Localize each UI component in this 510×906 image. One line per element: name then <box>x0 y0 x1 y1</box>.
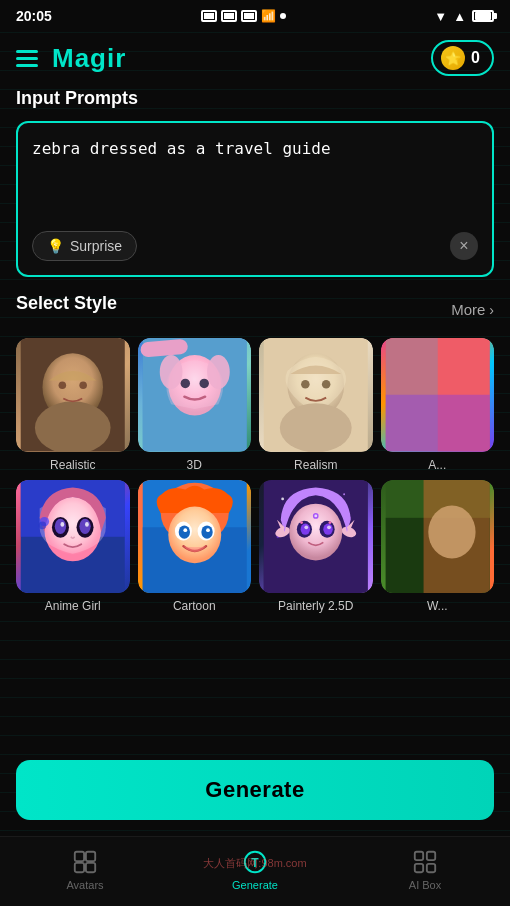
input-section-title: Input Prompts <box>16 88 494 109</box>
header-left: Magir <box>16 43 126 74</box>
status-icon-2 <box>221 10 237 22</box>
status-icon-3 <box>241 10 257 22</box>
style-item-cartoon[interactable]: Cartoon <box>138 480 252 614</box>
svg-point-3 <box>59 382 67 390</box>
svg-point-61 <box>329 521 332 524</box>
style-img-anime-girl <box>16 480 130 594</box>
style-item-w[interactable]: W... <box>381 480 495 614</box>
style-label-cartoon: Cartoon <box>173 599 216 613</box>
input-section: Input Prompts 💡 Surprise × <box>0 88 510 293</box>
svg-point-29 <box>60 522 64 527</box>
style-label-painterly: Painterly 2.5D <box>278 599 353 613</box>
svg-rect-75 <box>427 863 435 871</box>
status-bar: 20:05 📶 ▼ ▲ <box>0 0 510 32</box>
svg-rect-67 <box>86 851 95 860</box>
style-label-art: A... <box>428 458 446 472</box>
style-item-3d[interactable]: 3D <box>138 338 252 472</box>
svg-rect-68 <box>75 862 84 871</box>
style-img-realistic <box>16 338 130 452</box>
app-logo: Magir <box>52 43 126 74</box>
svg-point-8 <box>180 379 189 388</box>
style-item-painterly[interactable]: Painterly 2.5D <box>259 480 373 614</box>
svg-point-28 <box>79 518 90 533</box>
generate-section: Generate <box>0 748 510 836</box>
avatars-icon <box>72 849 98 875</box>
status-icons: 📶 <box>201 9 286 23</box>
coins-badge[interactable]: ⭐ 0 <box>431 40 494 76</box>
svg-rect-69 <box>86 862 95 871</box>
signal-bars: ▲ <box>453 9 466 24</box>
svg-point-60 <box>300 521 303 524</box>
svg-point-12 <box>207 355 230 389</box>
svg-point-41 <box>183 528 187 532</box>
svg-rect-72 <box>415 851 423 859</box>
hamburger-line-2 <box>16 57 38 60</box>
prompt-wrapper: 💡 Surprise × <box>16 121 494 277</box>
style-img-w <box>381 480 495 594</box>
style-img-painterly <box>259 480 373 594</box>
style-img-realism <box>259 338 373 452</box>
style-section: Select Style More › <box>0 293 510 748</box>
svg-point-51 <box>289 503 342 560</box>
svg-point-40 <box>201 525 212 538</box>
surprise-button[interactable]: 💡 Surprise <box>32 231 137 261</box>
svg-point-17 <box>280 403 352 451</box>
svg-text:T: T <box>251 855 259 869</box>
svg-point-45 <box>281 497 284 500</box>
style-label-3d: 3D <box>187 458 202 472</box>
surprise-label: Surprise <box>70 238 122 254</box>
prompt-input[interactable] <box>32 137 478 217</box>
nav-label-aibox: AI Box <box>409 879 441 891</box>
prompt-footer: 💡 Surprise × <box>32 231 478 261</box>
svg-point-54 <box>301 523 310 534</box>
coin-icon: ⭐ <box>441 46 465 70</box>
nav-item-aibox[interactable]: AI Box <box>340 849 510 891</box>
style-item-realism[interactable]: Realism <box>259 338 373 472</box>
svg-point-56 <box>304 525 308 529</box>
style-section-title: Select Style <box>16 293 117 314</box>
generate-button[interactable]: Generate <box>16 760 494 820</box>
nav-label-generate: Generate <box>232 879 278 891</box>
svg-point-65 <box>428 505 475 558</box>
style-label-realism: Realism <box>294 458 337 472</box>
aibox-icon <box>412 849 438 875</box>
header: Magir ⭐ 0 <box>0 32 510 88</box>
nav-item-avatars[interactable]: Avatars <box>0 849 170 891</box>
hamburger-line-1 <box>16 50 38 53</box>
style-grid-row1: Realistic <box>16 338 494 472</box>
nav-item-generate[interactable]: T Generate <box>170 849 340 891</box>
style-item-anime-girl[interactable]: Anime Girl <box>16 480 130 614</box>
svg-point-55 <box>323 523 332 534</box>
style-label-realistic: Realistic <box>50 458 95 472</box>
style-item-art[interactable]: A... <box>381 338 495 472</box>
svg-point-39 <box>178 525 189 538</box>
svg-rect-66 <box>75 851 84 860</box>
coin-count: 0 <box>471 49 480 67</box>
svg-point-59 <box>314 514 317 517</box>
svg-rect-21 <box>385 395 489 452</box>
more-label: More <box>451 301 485 318</box>
svg-point-15 <box>301 380 310 389</box>
wifi-icon: ▼ <box>434 9 447 24</box>
svg-point-46 <box>343 493 345 495</box>
svg-point-57 <box>327 525 331 529</box>
style-img-3d <box>138 338 252 452</box>
menu-button[interactable] <box>16 50 38 67</box>
svg-point-9 <box>199 379 208 388</box>
svg-point-27 <box>55 518 66 533</box>
bulb-icon: 💡 <box>47 238 64 254</box>
svg-rect-74 <box>415 863 423 871</box>
battery-icon <box>472 10 494 22</box>
chevron-right-icon: › <box>489 302 494 318</box>
bottom-nav: Avatars T Generate AI Box <box>0 836 510 906</box>
style-label-w: W... <box>427 599 448 613</box>
svg-point-4 <box>79 382 87 390</box>
more-link[interactable]: More › <box>451 301 494 318</box>
svg-point-32 <box>39 521 47 529</box>
style-item-realistic[interactable]: Realistic <box>16 338 130 472</box>
style-grid-row2: Anime Girl <box>16 480 494 614</box>
status-icon-1 <box>201 10 217 22</box>
status-time: 20:05 <box>16 8 52 24</box>
svg-point-30 <box>85 522 89 527</box>
clear-button[interactable]: × <box>450 232 478 260</box>
